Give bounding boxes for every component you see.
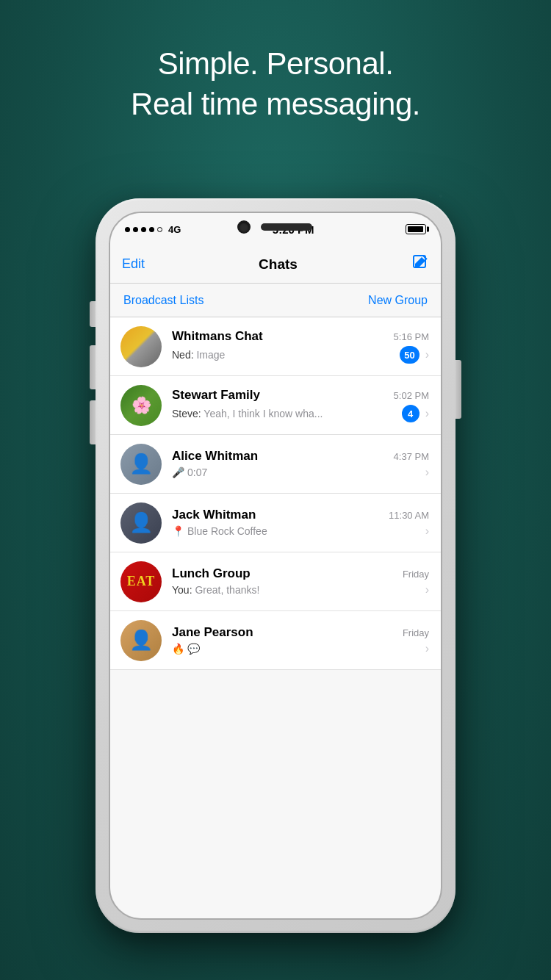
chevron-stewart: ›	[425, 407, 429, 420]
chat-preview-stewart: Steve: Yeah, I think I know wha...	[172, 408, 396, 419]
chat-info-lunch: Lunch Group Friday You: Great, thanks! ›	[172, 566, 429, 597]
front-camera	[239, 222, 249, 232]
chat-time-jack: 11:30 AM	[389, 510, 429, 521]
avatar-stewart: 🌸	[120, 385, 162, 426]
chat-item-lunch[interactable]: EAT Lunch Group Friday You: Great, thank…	[110, 552, 441, 611]
chat-header-alice: Alice Whitman 4:37 PM	[172, 449, 429, 464]
volume-up-button	[90, 345, 96, 389]
signal-dot-4	[149, 227, 154, 232]
chat-info-alice: Alice Whitman 4:37 PM 🎤0:07 ›	[172, 449, 429, 479]
chat-item-stewart[interactable]: 🌸 Stewart Family 5:02 PM Steve: Yeah, I …	[110, 376, 441, 435]
chat-name-lunch: Lunch Group	[172, 566, 251, 581]
chat-info-jack: Jack Whitman 11:30 AM 📍Blue Rock Coffee …	[172, 508, 429, 538]
avatar-alice: 👤	[120, 444, 162, 485]
badge-whitmans: 50	[400, 346, 419, 364]
location-icon-jack: 📍	[172, 525, 184, 537]
chat-item-jane[interactable]: 👤 Jane Pearson Friday 🔥 💬 ›	[110, 611, 441, 670]
signal-dot-1	[125, 227, 130, 232]
chat-name-alice: Alice Whitman	[172, 449, 258, 464]
chat-time-lunch: Friday	[403, 569, 429, 580]
battery-icon	[406, 224, 426, 234]
avatar-jack-bg: 👤	[120, 502, 162, 544]
chat-preview-row-alice: 🎤0:07 ›	[172, 466, 429, 479]
phone-top-details	[239, 222, 312, 232]
battery-fill	[408, 226, 423, 232]
signal-dot-5	[157, 227, 162, 232]
avatar-jane: 👤	[120, 620, 162, 661]
preview-right-alice: ›	[419, 466, 429, 479]
preview-right-lunch: ›	[419, 583, 429, 597]
chat-info-stewart: Stewart Family 5:02 PM Steve: Yeah, I th…	[172, 388, 429, 422]
chat-preview-whitmans: Ned: Image	[172, 349, 394, 361]
mute-button	[90, 301, 96, 327]
chat-header-jane: Jane Pearson Friday	[172, 625, 429, 640]
signal-dot-2	[133, 227, 138, 232]
avatar-lunch-bg: EAT	[120, 561, 162, 602]
chat-item-whitmans[interactable]: Whitmans Chat 5:16 PM Ned: Image 50 ›	[110, 317, 441, 376]
chat-info-jane: Jane Pearson Friday 🔥 💬 ›	[172, 625, 429, 655]
nav-bar: Edit Chats	[110, 245, 441, 284]
chat-time-alice: 4:37 PM	[394, 451, 429, 462]
signal-area: 4G	[125, 224, 181, 235]
chat-name-stewart: Stewart Family	[172, 388, 260, 403]
chat-preview-jack: 📍Blue Rock Coffee	[172, 525, 419, 537]
chat-preview-row-jack: 📍Blue Rock Coffee ›	[172, 525, 429, 538]
badge-stewart: 4	[402, 405, 419, 422]
chat-info-whitmans: Whitmans Chat 5:16 PM Ned: Image 50 ›	[172, 329, 429, 364]
chat-header-jack: Jack Whitman 11:30 AM	[172, 508, 429, 522]
chevron-jane: ›	[425, 642, 429, 655]
volume-down-button	[90, 400, 96, 444]
edit-button[interactable]: Edit	[122, 256, 145, 272]
chat-preview-row-stewart: Steve: Yeah, I think I know wha... 4 ›	[172, 405, 429, 422]
chevron-alice: ›	[425, 466, 429, 479]
network-type: 4G	[168, 224, 181, 235]
preview-right-whitmans: 50 ›	[394, 346, 429, 364]
chat-item-jack[interactable]: 👤 Jack Whitman 11:30 AM 📍Blue Rock Coffe…	[110, 494, 441, 552]
page-title: Chats	[259, 256, 298, 273]
phone-screen: 4G 5:20 PM Edit Chats	[109, 212, 442, 920]
chat-sender-lunch: You:	[172, 584, 195, 596]
phone-shell: 4G 5:20 PM Edit Chats	[96, 198, 455, 933]
voice-icon-alice: 🎤	[172, 466, 184, 478]
headline: Simple. Personal. Real time messaging.	[0, 44, 551, 124]
avatar-lunch: EAT	[120, 561, 162, 602]
chat-sender-stewart: Steve:	[172, 408, 204, 419]
chat-list: Whitmans Chat 5:16 PM Ned: Image 50 ›	[110, 317, 441, 670]
preview-right-stewart: 4 ›	[396, 405, 429, 422]
battery-area	[406, 224, 426, 234]
chat-preview-jane: 🔥 💬	[172, 643, 419, 655]
preview-right-jack: ›	[419, 525, 429, 538]
chat-sender-whitmans: Ned:	[172, 349, 196, 361]
avatar-whitmans-bg	[120, 326, 162, 367]
chat-header-stewart: Stewart Family 5:02 PM	[172, 388, 429, 403]
preview-right-jane: ›	[419, 642, 429, 655]
phone: 4G 5:20 PM Edit Chats	[96, 198, 455, 933]
chat-name-jane: Jane Pearson	[172, 625, 253, 640]
avatar-alice-bg: 👤	[120, 444, 162, 485]
chat-name-jack: Jack Whitman	[172, 508, 256, 522]
compose-icon	[411, 253, 429, 271]
compose-button[interactable]	[411, 253, 429, 275]
chevron-lunch: ›	[425, 583, 429, 597]
new-group-button[interactable]: New Group	[368, 294, 428, 307]
chevron-whitmans: ›	[425, 348, 429, 361]
chat-preview-row-whitmans: Ned: Image 50 ›	[172, 346, 429, 364]
broadcast-lists-button[interactable]: Broadcast Lists	[123, 294, 204, 307]
chat-time-whitmans: 5:16 PM	[394, 331, 429, 342]
chat-item-alice[interactable]: 👤 Alice Whitman 4:37 PM 🎤0:07	[110, 435, 441, 494]
avatar-jack: 👤	[120, 502, 162, 544]
chat-preview-row-jane: 🔥 💬 ›	[172, 642, 429, 655]
chat-preview-row-lunch: You: Great, thanks! ›	[172, 583, 429, 597]
chat-preview-lunch: You: Great, thanks!	[172, 584, 419, 596]
chevron-jack: ›	[425, 525, 429, 538]
chat-name-whitmans: Whitmans Chat	[172, 329, 263, 344]
screen-content: 4G 5:20 PM Edit Chats	[110, 213, 441, 918]
avatar-whitmans	[120, 326, 162, 367]
chat-time-stewart: 5:02 PM	[394, 390, 429, 401]
chat-header-whitmans: Whitmans Chat 5:16 PM	[172, 329, 429, 344]
action-row: Broadcast Lists New Group	[110, 284, 441, 317]
chat-header-lunch: Lunch Group Friday	[172, 566, 429, 581]
chat-preview-alice: 🎤0:07	[172, 466, 419, 478]
avatar-stewart-bg: 🌸	[120, 385, 162, 426]
chat-time-jane: Friday	[403, 627, 429, 638]
